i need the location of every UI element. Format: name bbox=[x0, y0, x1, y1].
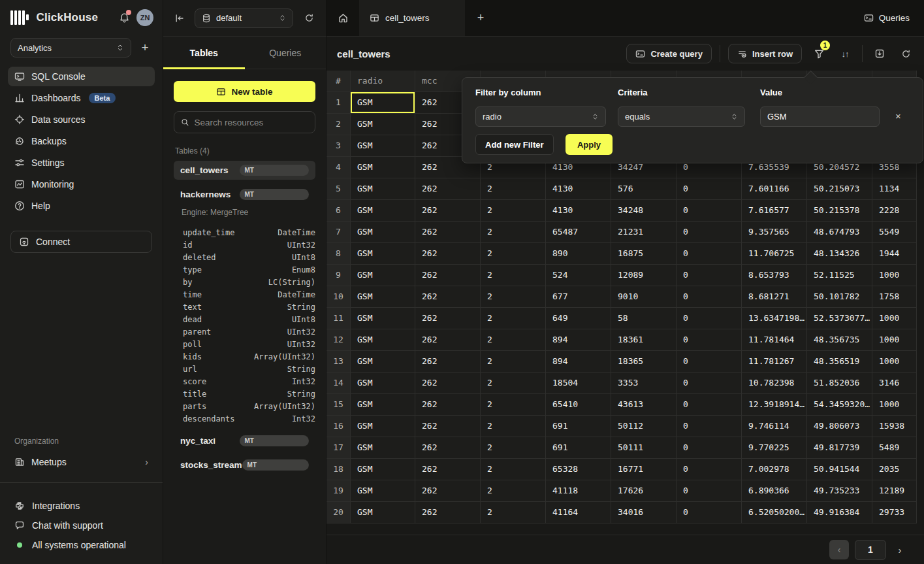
table-cell[interactable]: GSM bbox=[351, 222, 415, 243]
table-cell[interactable]: GSM bbox=[351, 308, 415, 329]
table-cell[interactable]: 0 bbox=[677, 286, 742, 308]
row-number-cell[interactable]: 2 bbox=[327, 114, 351, 135]
table-cell[interactable]: 0 bbox=[677, 178, 742, 200]
table-cell[interactable]: 43613 bbox=[611, 394, 677, 416]
table-cell[interactable]: GSM bbox=[351, 157, 415, 178]
apply-filter-button[interactable]: Apply bbox=[566, 134, 613, 155]
filter-value-input[interactable] bbox=[767, 112, 872, 122]
table-cell[interactable]: 649 bbox=[546, 308, 611, 329]
table-cell[interactable]: GSM bbox=[351, 459, 415, 480]
table-cell[interactable]: 49.806073 bbox=[807, 416, 872, 437]
table-cell[interactable]: 18365 bbox=[611, 351, 677, 373]
database-selector[interactable]: default bbox=[195, 8, 293, 28]
table-cell[interactable]: 11.781267 bbox=[742, 351, 807, 373]
current-page-indicator[interactable]: 1 bbox=[855, 540, 886, 560]
table-cell[interactable]: 262 bbox=[415, 200, 481, 222]
table-cell[interactable]: 5489 bbox=[872, 437, 917, 459]
table-cell[interactable]: 691 bbox=[546, 416, 611, 437]
table-cell[interactable]: 48.674793 bbox=[807, 222, 872, 243]
next-page-button[interactable]: › bbox=[892, 544, 908, 556]
collapse-sidebar-icon[interactable] bbox=[172, 11, 187, 25]
table-cell[interactable]: GSM bbox=[351, 243, 415, 265]
table-cell[interactable]: 9.746114 bbox=[742, 416, 807, 437]
table-cell[interactable]: 9.770225 bbox=[742, 437, 807, 459]
table-cell[interactable]: 50.215073 bbox=[807, 178, 872, 200]
table-cell[interactable]: 576 bbox=[611, 178, 677, 200]
table-cell[interactable]: 2228 bbox=[872, 200, 917, 222]
sidebar-item-dashboards[interactable]: Dashboards Beta bbox=[8, 88, 155, 108]
table-cell[interactable]: 8.681271 bbox=[742, 286, 807, 308]
row-number-cell[interactable]: 6 bbox=[327, 200, 351, 222]
table-cell[interactable]: 49.817739 bbox=[807, 437, 872, 459]
table-cell[interactable]: 12.3918914… bbox=[742, 394, 807, 416]
table-cell[interactable]: 13.6347198… bbox=[742, 308, 807, 329]
table-cell[interactable]: 15938 bbox=[872, 416, 917, 437]
sidebar-item-system-status[interactable]: All systems operational bbox=[0, 535, 163, 555]
sort-button[interactable]: ↓↑ bbox=[836, 44, 854, 63]
table-item-nyc-taxi[interactable]: nyc_taxi MT bbox=[174, 431, 315, 450]
table-cell[interactable]: 65328 bbox=[546, 459, 611, 480]
table-cell[interactable]: 50111 bbox=[611, 437, 677, 459]
table-cell[interactable]: 0 bbox=[677, 265, 742, 286]
table-cell[interactable]: 1134 bbox=[872, 178, 917, 200]
table-cell[interactable]: 41118 bbox=[546, 480, 611, 502]
sidebar-item-settings[interactable]: Settings bbox=[8, 153, 155, 173]
previous-page-button[interactable]: ‹ bbox=[829, 540, 849, 559]
table-cell[interactable]: 262 bbox=[415, 265, 481, 286]
table-cell[interactable]: 0 bbox=[677, 480, 742, 502]
sidebar-item-backups[interactable]: Backups bbox=[8, 131, 155, 151]
table-cell[interactable]: 16875 bbox=[611, 243, 677, 265]
table-cell[interactable]: 3353 bbox=[611, 373, 677, 394]
table-cell[interactable]: 21231 bbox=[611, 222, 677, 243]
table-cell[interactable]: GSM bbox=[351, 114, 415, 135]
table-cell[interactable]: 2 bbox=[481, 416, 546, 437]
table-cell[interactable]: 1000 bbox=[872, 329, 917, 351]
remove-filter-icon[interactable]: × bbox=[895, 110, 901, 122]
table-cell[interactable]: 2 bbox=[481, 265, 546, 286]
table-cell[interactable]: 29733 bbox=[872, 502, 917, 523]
table-cell[interactable]: 0 bbox=[677, 416, 742, 437]
table-cell[interactable]: 12189 bbox=[872, 480, 917, 502]
table-cell[interactable]: 1000 bbox=[872, 351, 917, 373]
row-number-cell[interactable]: 3 bbox=[327, 135, 351, 157]
sidebar-item-help[interactable]: Help bbox=[8, 196, 155, 216]
row-number-cell[interactable]: 5 bbox=[327, 178, 351, 200]
table-cell[interactable]: 2 bbox=[481, 351, 546, 373]
table-cell[interactable]: 48.134326 bbox=[807, 243, 872, 265]
table-cell[interactable]: 2 bbox=[481, 286, 546, 308]
refresh-data-button[interactable] bbox=[897, 44, 915, 63]
table-cell[interactable]: 10.782398 bbox=[742, 373, 807, 394]
table-cell[interactable]: 6.890366 bbox=[742, 480, 807, 502]
table-cell[interactable]: 34248 bbox=[611, 200, 677, 222]
filter-button[interactable]: 1 bbox=[810, 44, 828, 63]
table-cell[interactable]: GSM bbox=[351, 351, 415, 373]
tab-queries[interactable]: Queries bbox=[245, 37, 327, 69]
table-cell[interactable]: 262 bbox=[415, 459, 481, 480]
sidebar-item-data-sources[interactable]: Data sources bbox=[8, 110, 155, 129]
table-cell[interactable]: 0 bbox=[677, 394, 742, 416]
table-cell[interactable]: 262 bbox=[415, 394, 481, 416]
table-cell[interactable]: 9010 bbox=[611, 286, 677, 308]
table-cell[interactable]: 894 bbox=[546, 351, 611, 373]
table-cell[interactable]: 3146 bbox=[872, 373, 917, 394]
table-cell[interactable]: 2 bbox=[481, 200, 546, 222]
table-cell[interactable]: 262 bbox=[415, 437, 481, 459]
refresh-tables-icon[interactable] bbox=[301, 10, 317, 26]
table-cell[interactable]: 2 bbox=[481, 308, 546, 329]
table-cell[interactable]: 48.356519 bbox=[807, 351, 872, 373]
table-cell[interactable]: 16771 bbox=[611, 459, 677, 480]
row-number-cell[interactable]: 18 bbox=[327, 459, 351, 480]
table-cell[interactable]: GSM bbox=[351, 200, 415, 222]
row-number-cell[interactable]: 9 bbox=[327, 265, 351, 286]
table-cell[interactable]: 18504 bbox=[546, 373, 611, 394]
table-cell[interactable]: 262 bbox=[415, 222, 481, 243]
table-cell[interactable]: 0 bbox=[677, 437, 742, 459]
table-cell[interactable]: 890 bbox=[546, 243, 611, 265]
table-cell[interactable]: 2035 bbox=[872, 459, 917, 480]
table-cell[interactable]: 4130 bbox=[546, 178, 611, 200]
row-number-cell[interactable]: 8 bbox=[327, 243, 351, 265]
table-cell[interactable]: 51.852036 bbox=[807, 373, 872, 394]
row-number-cell[interactable]: 16 bbox=[327, 416, 351, 437]
table-cell[interactable]: 262 bbox=[415, 351, 481, 373]
table-cell[interactable]: 49.916384 bbox=[807, 502, 872, 523]
